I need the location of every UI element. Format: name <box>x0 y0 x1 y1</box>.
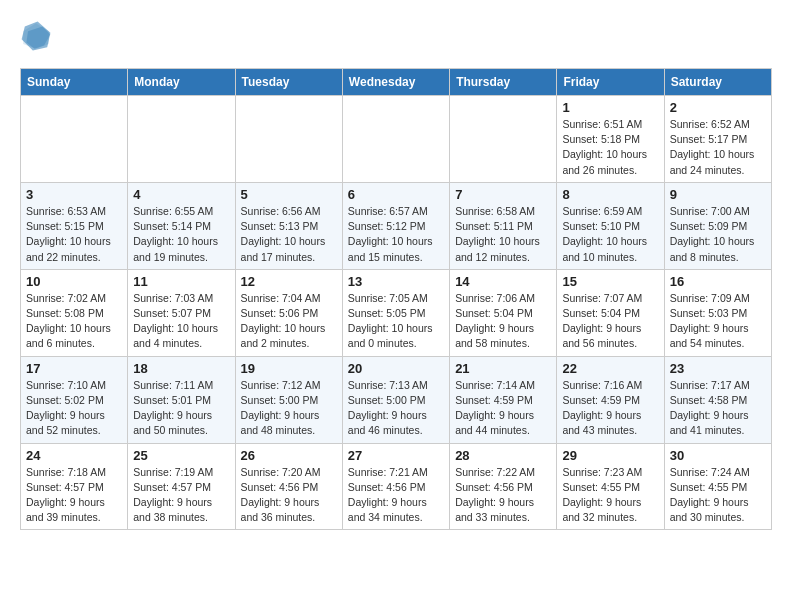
day-info: Sunrise: 7:20 AM Sunset: 4:56 PM Dayligh… <box>241 465 337 526</box>
calendar-cell: 16Sunrise: 7:09 AM Sunset: 5:03 PM Dayli… <box>664 269 771 356</box>
day-info: Sunrise: 6:55 AM Sunset: 5:14 PM Dayligh… <box>133 204 229 265</box>
day-info: Sunrise: 7:22 AM Sunset: 4:56 PM Dayligh… <box>455 465 551 526</box>
calendar-cell: 6Sunrise: 6:57 AM Sunset: 5:12 PM Daylig… <box>342 182 449 269</box>
day-number: 22 <box>562 361 658 376</box>
day-info: Sunrise: 6:59 AM Sunset: 5:10 PM Dayligh… <box>562 204 658 265</box>
day-info: Sunrise: 7:18 AM Sunset: 4:57 PM Dayligh… <box>26 465 122 526</box>
day-info: Sunrise: 7:02 AM Sunset: 5:08 PM Dayligh… <box>26 291 122 352</box>
calendar-cell: 8Sunrise: 6:59 AM Sunset: 5:10 PM Daylig… <box>557 182 664 269</box>
day-info: Sunrise: 7:13 AM Sunset: 5:00 PM Dayligh… <box>348 378 444 439</box>
calendar-cell <box>342 96 449 183</box>
day-header-friday: Friday <box>557 69 664 96</box>
day-number: 17 <box>26 361 122 376</box>
calendar-cell: 7Sunrise: 6:58 AM Sunset: 5:11 PM Daylig… <box>450 182 557 269</box>
day-number: 13 <box>348 274 444 289</box>
day-number: 25 <box>133 448 229 463</box>
calendar-cell: 2Sunrise: 6:52 AM Sunset: 5:17 PM Daylig… <box>664 96 771 183</box>
calendar-cell: 22Sunrise: 7:16 AM Sunset: 4:59 PM Dayli… <box>557 356 664 443</box>
day-header-saturday: Saturday <box>664 69 771 96</box>
day-number: 23 <box>670 361 766 376</box>
calendar-cell: 5Sunrise: 6:56 AM Sunset: 5:13 PM Daylig… <box>235 182 342 269</box>
day-number: 28 <box>455 448 551 463</box>
calendar-cell <box>128 96 235 183</box>
calendar-cell: 20Sunrise: 7:13 AM Sunset: 5:00 PM Dayli… <box>342 356 449 443</box>
calendar-cell: 27Sunrise: 7:21 AM Sunset: 4:56 PM Dayli… <box>342 443 449 530</box>
calendar-week-5: 24Sunrise: 7:18 AM Sunset: 4:57 PM Dayli… <box>21 443 772 530</box>
svg-marker-2 <box>22 22 51 51</box>
calendar-cell <box>21 96 128 183</box>
day-number: 24 <box>26 448 122 463</box>
calendar-cell: 23Sunrise: 7:17 AM Sunset: 4:58 PM Dayli… <box>664 356 771 443</box>
calendar-cell: 14Sunrise: 7:06 AM Sunset: 5:04 PM Dayli… <box>450 269 557 356</box>
calendar-week-1: 1Sunrise: 6:51 AM Sunset: 5:18 PM Daylig… <box>21 96 772 183</box>
day-number: 9 <box>670 187 766 202</box>
day-info: Sunrise: 7:03 AM Sunset: 5:07 PM Dayligh… <box>133 291 229 352</box>
day-number: 26 <box>241 448 337 463</box>
calendar-cell: 25Sunrise: 7:19 AM Sunset: 4:57 PM Dayli… <box>128 443 235 530</box>
day-info: Sunrise: 6:58 AM Sunset: 5:11 PM Dayligh… <box>455 204 551 265</box>
calendar-cell: 21Sunrise: 7:14 AM Sunset: 4:59 PM Dayli… <box>450 356 557 443</box>
day-info: Sunrise: 7:05 AM Sunset: 5:05 PM Dayligh… <box>348 291 444 352</box>
day-info: Sunrise: 7:21 AM Sunset: 4:56 PM Dayligh… <box>348 465 444 526</box>
day-number: 11 <box>133 274 229 289</box>
day-info: Sunrise: 6:56 AM Sunset: 5:13 PM Dayligh… <box>241 204 337 265</box>
day-header-sunday: Sunday <box>21 69 128 96</box>
day-info: Sunrise: 6:53 AM Sunset: 5:15 PM Dayligh… <box>26 204 122 265</box>
day-number: 30 <box>670 448 766 463</box>
calendar-cell: 15Sunrise: 7:07 AM Sunset: 5:04 PM Dayli… <box>557 269 664 356</box>
day-number: 29 <box>562 448 658 463</box>
day-info: Sunrise: 7:06 AM Sunset: 5:04 PM Dayligh… <box>455 291 551 352</box>
day-number: 14 <box>455 274 551 289</box>
calendar-cell: 1Sunrise: 6:51 AM Sunset: 5:18 PM Daylig… <box>557 96 664 183</box>
calendar-cell: 13Sunrise: 7:05 AM Sunset: 5:05 PM Dayli… <box>342 269 449 356</box>
calendar-cell: 24Sunrise: 7:18 AM Sunset: 4:57 PM Dayli… <box>21 443 128 530</box>
day-number: 19 <box>241 361 337 376</box>
day-number: 6 <box>348 187 444 202</box>
day-info: Sunrise: 7:04 AM Sunset: 5:06 PM Dayligh… <box>241 291 337 352</box>
day-header-monday: Monday <box>128 69 235 96</box>
day-number: 10 <box>26 274 122 289</box>
day-info: Sunrise: 7:00 AM Sunset: 5:09 PM Dayligh… <box>670 204 766 265</box>
calendar-cell: 19Sunrise: 7:12 AM Sunset: 5:00 PM Dayli… <box>235 356 342 443</box>
day-number: 1 <box>562 100 658 115</box>
day-info: Sunrise: 7:14 AM Sunset: 4:59 PM Dayligh… <box>455 378 551 439</box>
page-header <box>20 20 772 52</box>
calendar-cell <box>235 96 342 183</box>
calendar-table: SundayMondayTuesdayWednesdayThursdayFrid… <box>20 68 772 530</box>
day-info: Sunrise: 7:23 AM Sunset: 4:55 PM Dayligh… <box>562 465 658 526</box>
day-info: Sunrise: 7:07 AM Sunset: 5:04 PM Dayligh… <box>562 291 658 352</box>
day-number: 12 <box>241 274 337 289</box>
calendar-cell: 11Sunrise: 7:03 AM Sunset: 5:07 PM Dayli… <box>128 269 235 356</box>
calendar-header-row: SundayMondayTuesdayWednesdayThursdayFrid… <box>21 69 772 96</box>
day-info: Sunrise: 7:09 AM Sunset: 5:03 PM Dayligh… <box>670 291 766 352</box>
day-number: 3 <box>26 187 122 202</box>
day-info: Sunrise: 6:52 AM Sunset: 5:17 PM Dayligh… <box>670 117 766 178</box>
calendar-cell: 9Sunrise: 7:00 AM Sunset: 5:09 PM Daylig… <box>664 182 771 269</box>
day-info: Sunrise: 7:10 AM Sunset: 5:02 PM Dayligh… <box>26 378 122 439</box>
day-info: Sunrise: 7:19 AM Sunset: 4:57 PM Dayligh… <box>133 465 229 526</box>
day-number: 27 <box>348 448 444 463</box>
day-number: 5 <box>241 187 337 202</box>
calendar-week-2: 3Sunrise: 6:53 AM Sunset: 5:15 PM Daylig… <box>21 182 772 269</box>
day-info: Sunrise: 7:17 AM Sunset: 4:58 PM Dayligh… <box>670 378 766 439</box>
day-number: 20 <box>348 361 444 376</box>
day-header-tuesday: Tuesday <box>235 69 342 96</box>
calendar-cell: 4Sunrise: 6:55 AM Sunset: 5:14 PM Daylig… <box>128 182 235 269</box>
day-info: Sunrise: 7:24 AM Sunset: 4:55 PM Dayligh… <box>670 465 766 526</box>
day-info: Sunrise: 7:16 AM Sunset: 4:59 PM Dayligh… <box>562 378 658 439</box>
calendar-cell: 28Sunrise: 7:22 AM Sunset: 4:56 PM Dayli… <box>450 443 557 530</box>
calendar-cell: 3Sunrise: 6:53 AM Sunset: 5:15 PM Daylig… <box>21 182 128 269</box>
calendar-cell: 12Sunrise: 7:04 AM Sunset: 5:06 PM Dayli… <box>235 269 342 356</box>
day-number: 16 <box>670 274 766 289</box>
day-header-thursday: Thursday <box>450 69 557 96</box>
calendar-week-3: 10Sunrise: 7:02 AM Sunset: 5:08 PM Dayli… <box>21 269 772 356</box>
day-number: 2 <box>670 100 766 115</box>
calendar-cell: 10Sunrise: 7:02 AM Sunset: 5:08 PM Dayli… <box>21 269 128 356</box>
day-info: Sunrise: 7:12 AM Sunset: 5:00 PM Dayligh… <box>241 378 337 439</box>
calendar-cell: 18Sunrise: 7:11 AM Sunset: 5:01 PM Dayli… <box>128 356 235 443</box>
calendar-cell <box>450 96 557 183</box>
calendar-cell: 30Sunrise: 7:24 AM Sunset: 4:55 PM Dayli… <box>664 443 771 530</box>
calendar-cell: 26Sunrise: 7:20 AM Sunset: 4:56 PM Dayli… <box>235 443 342 530</box>
day-number: 21 <box>455 361 551 376</box>
logo <box>20 20 56 52</box>
